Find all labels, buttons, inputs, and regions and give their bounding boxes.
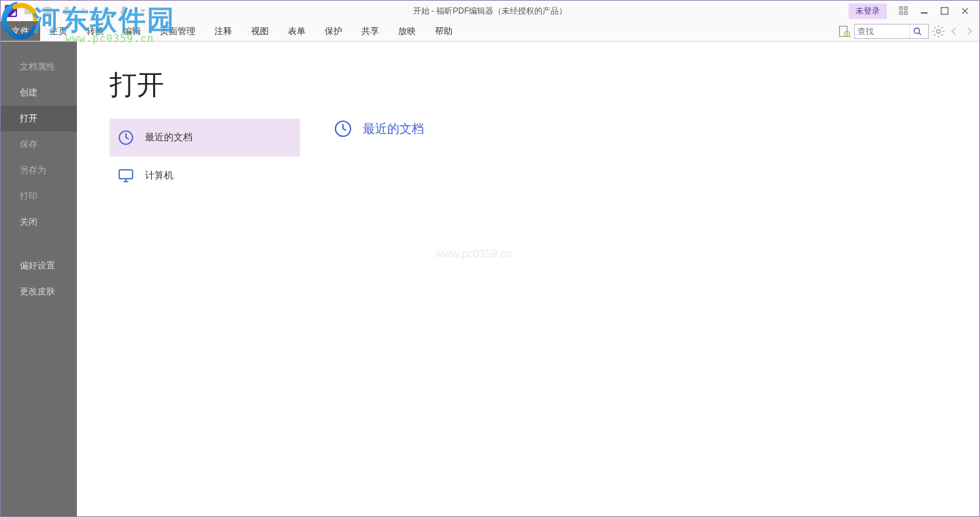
svg-rect-2: [900, 12, 902, 14]
sidebar-item-create[interactable]: 创建: [1, 80, 77, 106]
svg-point-9: [936, 29, 941, 33]
tab-help[interactable]: 帮助: [425, 21, 462, 41]
tab-protect[interactable]: 保护: [315, 21, 352, 41]
search-icon[interactable]: [909, 25, 924, 38]
nav-prev-icon[interactable]: [948, 25, 960, 38]
sidebar-item-doc-props[interactable]: 文档属性: [1, 54, 77, 80]
backstage-content: 打开 最近的文档 计算机: [77, 42, 979, 516]
ribbon-options-icon[interactable]: [894, 3, 914, 18]
qat-redo-icon[interactable]: [97, 3, 112, 18]
svg-rect-1: [904, 7, 907, 10]
recent-docs-header: 最近的文档: [333, 119, 424, 139]
login-button[interactable]: 未登录: [849, 3, 887, 19]
sidebar-item-save[interactable]: 保存: [1, 131, 77, 157]
search-box[interactable]: [854, 24, 929, 39]
gear-icon[interactable]: [932, 25, 945, 38]
clock-icon: [116, 128, 135, 147]
open-locations: 最近的文档 计算机: [110, 119, 300, 195]
app-icon: [5, 5, 17, 17]
qat-print-icon[interactable]: [59, 3, 74, 18]
tab-form[interactable]: 表单: [278, 21, 315, 41]
sidebar-item-open[interactable]: 打开: [1, 106, 77, 131]
tab-slideshow[interactable]: 放映: [389, 21, 425, 41]
sidebar-item-skin[interactable]: 更改皮肤: [1, 279, 77, 304]
location-computer[interactable]: 计算机: [110, 157, 300, 195]
clock-icon: [333, 119, 353, 139]
svg-point-8: [914, 28, 919, 33]
search-input[interactable]: [855, 27, 909, 36]
tab-view[interactable]: 视图: [242, 21, 278, 41]
svg-rect-0: [900, 7, 902, 10]
tab-page-manage[interactable]: 页面管理: [150, 21, 205, 41]
svg-rect-3: [904, 12, 907, 14]
tab-share[interactable]: 共享: [352, 21, 389, 41]
location-recent[interactable]: 最近的文档: [110, 119, 300, 157]
sidebar-item-save-as[interactable]: 另存为: [1, 157, 77, 183]
page-title: 打开: [110, 66, 979, 104]
tab-annotate[interactable]: 注释: [205, 21, 242, 41]
sidebar-item-preferences[interactable]: 偏好设置: [1, 253, 77, 279]
backstage-sidebar: 文档属性 创建 打开 保存 另存为 打印 关闭 偏好设置 更改皮肤: [1, 42, 77, 516]
sidebar-item-print[interactable]: 打印: [1, 183, 77, 209]
qat-undo-icon[interactable]: [78, 3, 93, 18]
qat-hand-icon[interactable]: [116, 3, 131, 18]
computer-icon: [116, 166, 135, 185]
location-label: 最近的文档: [145, 131, 193, 144]
recent-docs-title: 最近的文档: [363, 121, 424, 137]
nav-next-icon[interactable]: [963, 25, 975, 38]
minimize-icon[interactable]: [914, 3, 934, 18]
svg-rect-11: [119, 170, 133, 178]
tab-file[interactable]: 文件: [1, 21, 40, 41]
qat-open-icon[interactable]: [21, 3, 36, 18]
location-label: 计算机: [145, 170, 174, 182]
sidebar-item-close[interactable]: 关闭: [1, 209, 77, 235]
tab-home[interactable]: 主页: [40, 21, 77, 41]
tab-edit[interactable]: 编辑: [114, 21, 150, 41]
svg-rect-4: [921, 12, 928, 14]
titlebar: 开始 - 福昕PDF编辑器（未经授权的产品） 未登录: [1, 1, 979, 21]
svg-rect-5: [941, 7, 948, 14]
maximize-icon[interactable]: [934, 3, 955, 18]
ribbon: 文件 主页 转换 编辑 页面管理 注释 视图 表单 保护 共享 放映 帮助: [1, 21, 979, 42]
close-icon[interactable]: [955, 3, 975, 18]
qat-dropdown-icon[interactable]: [135, 3, 150, 18]
tab-convert[interactable]: 转换: [77, 21, 114, 41]
qat-save-icon[interactable]: [40, 3, 55, 18]
search-in-doc-icon[interactable]: [838, 25, 851, 38]
